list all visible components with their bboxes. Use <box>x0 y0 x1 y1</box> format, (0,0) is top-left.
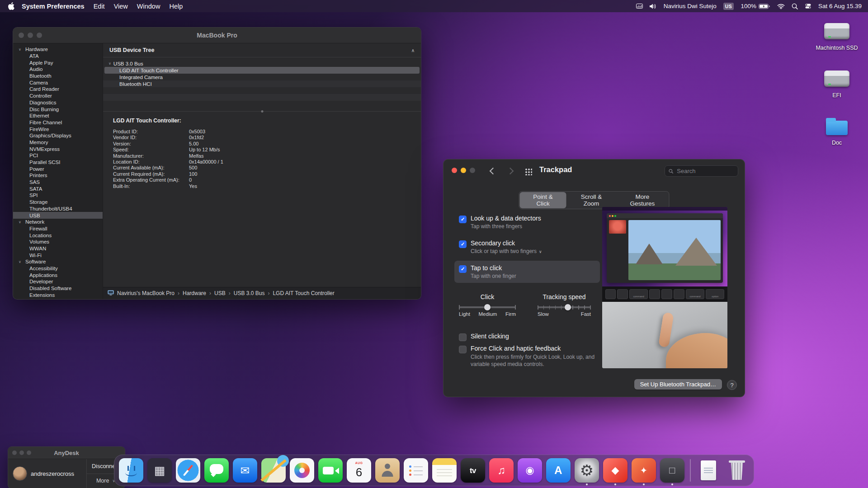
sidebar-item[interactable]: WWAN <box>13 245 103 252</box>
sidebar-item[interactable]: Printers <box>13 172 103 179</box>
sidebar-item[interactable]: Apple Pay <box>13 59 103 66</box>
sidebar-item[interactable]: Hardware <box>13 46 103 53</box>
trackpad-option-row[interactable]: Tap to click Tap with one finger <box>454 261 600 283</box>
stats-icon[interactable] <box>636 4 643 9</box>
disclosure-chevron-icon[interactable] <box>19 47 23 52</box>
sidebar-item[interactable]: SPI <box>13 192 103 199</box>
battery-status[interactable]: 100% <box>741 3 770 9</box>
search-input[interactable] <box>676 167 734 175</box>
zoom-button[interactable] <box>470 168 475 173</box>
sidebar-item[interactable]: Parallel SCSI <box>13 159 103 166</box>
forward-button[interactable] <box>507 168 514 175</box>
checkbox[interactable] <box>459 240 467 248</box>
sidebar-item[interactable]: Diagnostics <box>13 99 103 106</box>
sidebar-item[interactable]: Card Reader <box>13 86 103 93</box>
tree-row-device[interactable]: LGD AIT Touch Controller <box>104 67 420 74</box>
usb-device-tree-header[interactable]: USB Device Tree <box>103 43 421 57</box>
menu-item[interactable]: Edit <box>94 3 105 10</box>
minimize-button[interactable] <box>28 33 33 38</box>
checkbox[interactable] <box>459 216 467 223</box>
trackpad-titlebar[interactable]: Trackpad <box>443 160 745 181</box>
sidebar-item[interactable]: Volumes <box>13 239 103 245</box>
sidebar-item[interactable]: Memory <box>13 139 103 146</box>
dock-item-systemprefs[interactable]: ⚙ <box>575 458 599 483</box>
sidebar-item[interactable]: Wi-Fi <box>13 252 103 258</box>
sidebar-item[interactable]: NVMExpress <box>13 145 103 152</box>
sidebar-item[interactable]: Accessibility <box>13 265 103 272</box>
trackpad-demo-video[interactable]: commandcommandoption <box>602 207 727 368</box>
sidebar-item[interactable]: Developer <box>13 278 103 285</box>
wifi-icon[interactable] <box>777 4 785 9</box>
trackpad-option-row[interactable]: Look up & data detectors Tap with three … <box>454 211 600 233</box>
dock-item-mail[interactable]: ✉ <box>233 458 257 483</box>
sidebar-item[interactable]: Thunderbolt/USB4 <box>13 206 103 212</box>
sysinfo-titlebar[interactable]: MacBook Pro <box>13 28 421 43</box>
checkbox[interactable] <box>459 333 467 341</box>
sidebar-item[interactable]: Fibre Channel <box>13 119 103 126</box>
dock-item-podcasts[interactable]: ◉ <box>518 458 542 483</box>
zoom-button[interactable] <box>37 33 42 38</box>
dock-item-documents[interactable] <box>696 458 721 483</box>
close-button[interactable] <box>452 168 457 173</box>
breadcrumb-item[interactable]: USB 3.0 Bus <box>234 290 273 296</box>
dock-item-notes[interactable] <box>432 458 457 483</box>
sidebar-item[interactable]: ATA <box>13 53 103 60</box>
sidebar-item[interactable]: USB <box>13 212 103 219</box>
sidebar-item[interactable]: Firewall <box>13 225 103 232</box>
dock-item-appstore[interactable]: A <box>546 458 571 483</box>
spotlight-icon[interactable] <box>792 3 798 9</box>
dock-item-finder[interactable] <box>119 458 143 483</box>
zoom-button[interactable] <box>27 450 31 455</box>
dock-item-trash[interactable] <box>725 458 749 483</box>
close-button[interactable] <box>19 33 24 38</box>
sidebar-item[interactable]: Storage <box>13 199 103 206</box>
disclosure-chevron-icon[interactable] <box>19 220 23 224</box>
sidebar-item[interactable]: Disabled Software <box>13 285 103 292</box>
menu-item[interactable]: Help <box>169 3 183 10</box>
tree-row-device[interactable]: Integrated Camera <box>103 74 421 80</box>
click-slider[interactable] <box>459 306 516 308</box>
disclosure-chevron-icon[interactable] <box>19 260 23 264</box>
dock-item-messages[interactable] <box>204 458 229 483</box>
menu-item[interactable]: Window <box>137 3 160 10</box>
tree-row-usb-bus[interactable]: USB 3.0 Bus <box>103 60 421 67</box>
app-menu-title[interactable]: System Preferences <box>22 3 85 10</box>
tab[interactable]: Point & Click <box>520 192 566 208</box>
dock-item-facetime[interactable] <box>318 458 343 483</box>
trackpad-option-row[interactable]: Force Click and haptic feedback Click th… <box>454 343 604 369</box>
tree-row-device[interactable]: Bluetooth HCI <box>103 80 421 87</box>
show-all-preferences-icon[interactable] <box>525 168 532 175</box>
close-button[interactable] <box>12 450 17 455</box>
dock-item-maps[interactable] <box>261 458 286 483</box>
tracking-speed-slider[interactable] <box>538 306 591 308</box>
menu-item[interactable]: View <box>114 3 128 10</box>
sidebar-item[interactable]: Ethernet <box>13 113 103 119</box>
click-slider-knob[interactable] <box>484 304 491 310</box>
dock-item-photos[interactable] <box>290 458 314 483</box>
dock-item-contacts[interactable] <box>375 458 400 483</box>
desktop-icon[interactable]: EFI <box>812 68 862 99</box>
dock-item-launchpad[interactable]: ▦ <box>147 458 172 483</box>
tracking-slider-knob[interactable] <box>565 304 571 310</box>
anydesk-titlebar[interactable]: AnyDesk <box>8 447 125 459</box>
collapse-chevron-icon[interactable] <box>411 48 415 53</box>
minimize-button[interactable] <box>461 168 466 173</box>
sidebar-item[interactable]: Applications <box>13 272 103 278</box>
sidebar-item[interactable]: SATA <box>13 185 103 192</box>
sidebar-item[interactable]: Software <box>13 258 103 265</box>
sidebar-item[interactable]: Controller <box>13 93 103 99</box>
checkbox[interactable] <box>459 265 467 273</box>
sidebar-item[interactable]: Extensions <box>13 291 103 298</box>
sidebar-item[interactable]: Locations <box>13 232 103 239</box>
breadcrumb-item[interactable]: LGD AIT Touch Controller <box>273 290 334 296</box>
dock-item-reminders[interactable] <box>404 458 428 483</box>
tab[interactable]: More Gestures <box>616 192 668 208</box>
sidebar-item[interactable]: FireWire <box>13 126 103 132</box>
trackpad-option-row[interactable]: Silent clicking <box>454 331 604 343</box>
dock-item-calendar[interactable]: AUG 6 <box>347 458 371 483</box>
user-name[interactable]: Navirius Dwi Sutejo <box>664 3 717 9</box>
dock-item-app-red[interactable]: ✦ <box>632 458 656 483</box>
sidebar-item[interactable]: Power <box>13 165 103 172</box>
desktop-icon[interactable]: Doc <box>812 116 862 146</box>
search-field[interactable] <box>665 165 738 177</box>
